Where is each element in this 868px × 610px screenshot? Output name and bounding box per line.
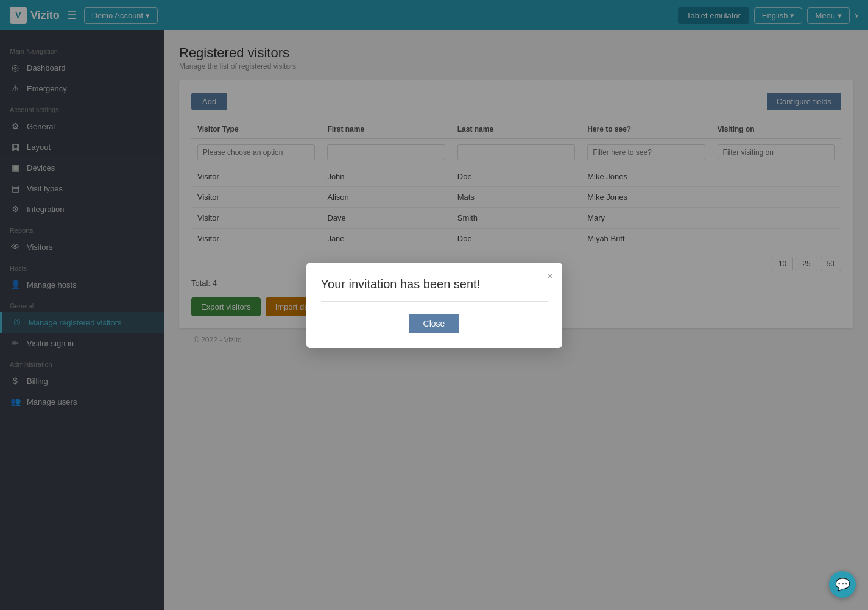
modal-close-button[interactable]: Close [409,314,460,333]
modal-overlay[interactable]: × Your invitation has been sent! Close [0,0,868,610]
modal-title: Your invitation has been sent! [321,277,548,291]
chat-icon: 💬 [835,577,850,592]
chat-bubble-button[interactable]: 💬 [829,571,856,598]
invitation-modal: × Your invitation has been sent! Close [306,263,562,348]
modal-footer: Close [321,314,548,333]
modal-divider [321,301,548,302]
modal-close-x-button[interactable]: × [547,270,554,283]
